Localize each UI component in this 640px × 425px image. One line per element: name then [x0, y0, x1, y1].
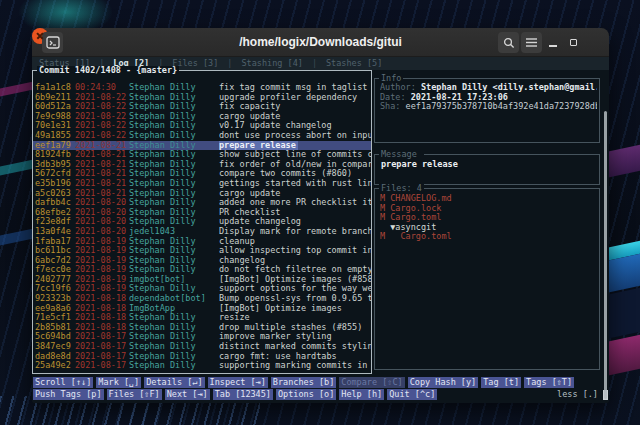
tab-files[interactable]: Files [3]: [172, 59, 218, 69]
hint-inspect[interactable]: Inspect [⇥]: [208, 377, 268, 388]
commit-message: supporting marking commits in th: [219, 361, 371, 371]
commit-message: allow inspecting top commit in b: [219, 246, 371, 256]
commit-message: fix capacity: [219, 102, 371, 112]
commit-message: PR checklist: [219, 208, 371, 218]
message-panel: Message prepare release: [374, 154, 600, 185]
commit-message-text: cargo fmt: use hardtabs: [219, 352, 337, 361]
commit-log-panel: Commit 1402/1408 - {master} fa1a1c800:24…: [32, 70, 372, 374]
hint-options[interactable]: Options [o]: [276, 389, 336, 400]
commit-message: [ImgBot] Optimize images (#858): [219, 275, 371, 285]
commit-message: Bump openssl-sys from 0.9.65 to: [219, 294, 371, 304]
commit-message: cleanup: [219, 237, 371, 247]
info-line: Date: 2021-08-21 17:23:06: [380, 93, 597, 103]
minimize-button[interactable]: [545, 35, 560, 50]
hint-branches[interactable]: Branches [b]: [271, 377, 336, 388]
info-value: 2021-08-21 17:23:06: [411, 93, 508, 102]
commit-message-text: compare two commits (#860): [219, 169, 352, 178]
terminal-content: Status [1]|Log [2]|Files [3]|Stashing [4…: [32, 57, 609, 403]
commit-list[interactable]: fa1a1c800:24:30Stephan Dillyfix tag comm…: [33, 83, 371, 372]
commit-message: prepare release: [219, 141, 371, 151]
file-tree-item[interactable]: M Cargo.toml: [380, 213, 597, 223]
tab-stashing[interactable]: Stashing [4]: [241, 59, 302, 69]
commit-message: distinct marked commits styling: [219, 342, 371, 352]
commit-message-text: prepare release: [219, 141, 298, 150]
hint-copy-hash[interactable]: Copy Hash [y]: [408, 377, 479, 388]
commit-message-text: do not fetch filetree on empty r: [219, 265, 371, 274]
wallpaper-streak-blue: [0, 228, 36, 248]
commit-message: upgrade profiler dependency: [219, 93, 371, 103]
hint-push-tags[interactable]: Push Tags [p]: [33, 389, 104, 400]
search-icon-button[interactable]: [498, 32, 519, 53]
info-value: Stephan Dilly <dilly.stephan@gmail.com: [421, 83, 597, 92]
maximize-button[interactable]: [566, 35, 581, 50]
file-tree-folder[interactable]: ▼asyncgit: [380, 223, 597, 233]
hint-tab[interactable]: Tab [12345]: [213, 389, 273, 400]
terminal-app-icon: [42, 32, 63, 53]
commit-message: show subject line of commits com: [219, 150, 371, 160]
hint-scroll[interactable]: Scroll [↑↓]: [33, 377, 93, 388]
info-panel: Info Author: Stephan Dilly <dilly.stepha…: [374, 78, 600, 143]
wallpaper-streak-magenta: [0, 81, 36, 99]
commit-message: support options for the way we c: [219, 284, 371, 294]
commit-message-text: [ImgBot] Optimize images (#858): [219, 275, 371, 284]
titlebar[interactable]: /home/logix/Downloads/gitui: [32, 28, 609, 57]
terminal-scrollbar[interactable]: [604, 111, 607, 399]
commit-message: added one more PR checklist item: [219, 198, 371, 208]
commit-message: cargo update: [219, 112, 371, 122]
commit-message: improve marker styling: [219, 332, 371, 342]
commit-message: Display mark for remote branches: [219, 227, 371, 237]
hint-compare[interactable]: Compare [⇧C]: [339, 377, 404, 388]
commit-message-text: added one more PR checklist item: [219, 198, 371, 207]
commit-message: [ImgBot] Optimize images: [219, 304, 371, 314]
commit-message-text: cargo update: [219, 112, 280, 121]
commit-message-text: improve marker styling: [219, 332, 332, 341]
info-line: Author: Stephan Dilly <dilly.stephan@gma…: [380, 83, 597, 93]
commit-message-text: resize: [219, 313, 250, 322]
commit-message-text: gettings started with rust link: [219, 179, 371, 188]
commit-message: gettings started with rust link: [219, 179, 371, 189]
commit-message-text: v0.17 update changelog: [219, 121, 332, 130]
commit-message-text: Display mark for remote branches: [219, 227, 371, 236]
commit-message-text: dont use process abort on input: [219, 131, 371, 140]
hint-next[interactable]: Next [⇥]: [165, 389, 210, 400]
commit-message: update changelog: [219, 217, 371, 227]
tab-stashes[interactable]: Stashes [5]: [326, 59, 382, 69]
file-tree-item[interactable]: M Cargo.toml: [380, 232, 597, 242]
commit-message-text: [ImgBot] Optimize images: [219, 304, 342, 313]
hint-quit[interactable]: Quit [^c]: [387, 389, 437, 400]
hint-mark[interactable]: Mark [␣]: [96, 377, 141, 388]
commit-message-text: fix tag commit msg in taglist (c: [219, 83, 371, 92]
commit-hash: 25a49e2: [35, 361, 71, 371]
commit-message: changelog: [219, 256, 371, 266]
wallpaper-streak-teal: [0, 159, 36, 178]
hint-tag[interactable]: Tag [t]: [481, 377, 521, 388]
commit-message: compare two commits (#860): [219, 169, 371, 179]
commit-message: resize: [219, 313, 371, 323]
commit-message-text: supporting marking commits in th: [219, 361, 371, 370]
info-line: Sha: eef1a79375b378710b4af392e41da723792…: [380, 102, 597, 112]
hint-tags[interactable]: Tags [⇧T]: [524, 377, 574, 388]
commit-message: v0.17 update changelog: [219, 121, 371, 131]
menu-icon-button[interactable]: [521, 32, 542, 53]
file-list[interactable]: M CHANGELOG.mdM Cargo.lockM Cargo.toml ▼…: [380, 194, 597, 242]
commit-message: cargo fmt: use hardtabs: [219, 352, 371, 362]
hint-files[interactable]: Files [⇧F]: [107, 389, 162, 400]
commit-row[interactable]: 25a49e22021-08-17Stephan Dillysupporting…: [33, 361, 371, 371]
commit-message-text: cargo update: [219, 189, 280, 198]
commit-author: Stephan Dilly: [129, 361, 196, 371]
commit-panel-title: Commit 1402/1408 - {master}: [37, 66, 179, 76]
hint-details[interactable]: Details [↵]: [144, 377, 204, 388]
hint-help[interactable]: Help [h]: [339, 389, 384, 400]
commit-message: do not fetch filetree on empty r: [219, 265, 371, 275]
hint-less[interactable]: less [.]: [557, 390, 598, 400]
keybind-hints-row1: Scroll [↑↓]Mark [␣]Details [↵]Inspect [⇥…: [33, 377, 608, 388]
commit-info: Author: Stephan Dilly <dilly.stephan@gma…: [380, 83, 597, 112]
commit-message-text: PR checklist: [219, 208, 280, 217]
tab-separator: |: [227, 59, 232, 69]
commit-message-text: fix order of old/new in compare: [219, 160, 371, 169]
info-label: Sha:: [380, 102, 406, 111]
commit-message-text: allow inspecting top commit in b: [219, 246, 371, 255]
file-tree-item[interactable]: M CHANGELOG.md: [380, 194, 597, 204]
file-tree-item[interactable]: M Cargo.lock: [380, 204, 597, 214]
commit-message: dont use process abort on input: [219, 131, 371, 141]
